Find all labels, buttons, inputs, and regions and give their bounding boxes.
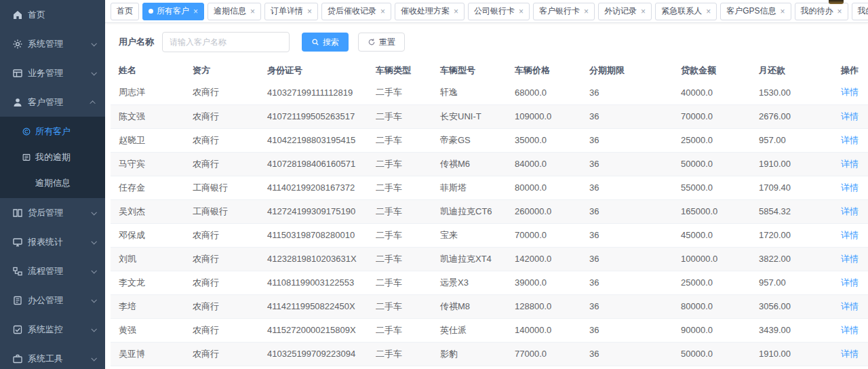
sidebar-item-0[interactable]: 首页 (0, 0, 105, 29)
table-cell: 英仕派 (436, 318, 511, 342)
sidebar-item-label: 首页 (28, 9, 96, 21)
tab-6[interactable]: 公司银行卡× (468, 3, 530, 20)
sidebar-item-1[interactable]: 系统管理 (0, 29, 105, 58)
chevron-down-icon (91, 210, 96, 215)
tab-label: 所有客户 (157, 5, 189, 17)
table-cell: 36 (585, 342, 677, 366)
table-cell: 宝来 (436, 223, 511, 247)
table-cell: 任存金 (111, 176, 189, 199)
customer-table: 姓名资方身份证号车辆类型车辆型号车辆价格分期期限贷款金额月还款操作 周志洋农商行… (111, 60, 868, 369)
detail-link[interactable]: 详情 (841, 277, 859, 288)
reset-button[interactable]: 重置 (358, 33, 405, 52)
close-icon[interactable]: × (307, 7, 312, 16)
search-button[interactable]: 搜索 (302, 33, 349, 52)
table-cell: 1530.00 (755, 81, 836, 104)
tab-5[interactable]: 催收处理方案× (395, 3, 465, 20)
table-cell: 36 (585, 81, 677, 104)
table-cell: 陈文强 (111, 104, 189, 128)
table-cell: 36 (585, 247, 677, 271)
sidebar-subitem-2[interactable]: 逾期信息 (0, 170, 105, 196)
table-cell: 142000.0 (511, 247, 585, 271)
table-cell: 1910.00 (755, 342, 836, 366)
sidebar-item-5[interactable]: 报表统计 (0, 227, 105, 256)
table-cell-action: 详情 (836, 199, 868, 223)
close-icon[interactable]: × (250, 7, 255, 16)
close-icon[interactable]: × (706, 7, 711, 16)
table-cell: 100000.0 (677, 247, 755, 271)
customer-table-wrap: 姓名资方身份证号车辆类型车辆型号车辆价格分期期限贷款金额月还款操作 周志洋农商行… (105, 59, 868, 369)
table-cell: 凯迪拉克CT6 (436, 199, 511, 223)
tab-1[interactable]: 所有客户× (142, 3, 204, 20)
table-cell: 农商行 (189, 342, 263, 366)
reset-button-label: 重置 (379, 37, 395, 48)
sidebar-item-9[interactable]: 系统工具 (0, 344, 105, 369)
search-button-label: 搜索 (323, 37, 339, 48)
close-icon[interactable]: × (780, 7, 785, 16)
table-cell: 二手车 (372, 176, 436, 199)
detail-link[interactable]: 详情 (841, 349, 859, 359)
tab-0[interactable]: 首页 (111, 3, 139, 20)
chevron-down-icon (91, 297, 96, 303)
avatar-partial (829, 0, 844, 4)
close-icon[interactable]: × (454, 7, 458, 16)
table-cell: 二手车 (372, 247, 436, 271)
sidebar-item-7[interactable]: 办公管理 (0, 286, 105, 315)
column-header: 车辆类型 (372, 60, 436, 81)
close-icon[interactable]: × (193, 7, 198, 16)
table-row: 赵晓卫农商行410422198803195415二手车帝豪GS35000.036… (111, 128, 868, 152)
chevron-down-icon (91, 70, 96, 75)
sidebar-item-4[interactable]: 贷后管理 (0, 198, 105, 227)
tab-2[interactable]: 逾期信息× (208, 3, 261, 20)
tab-12[interactable]: 我的流程× (852, 3, 868, 20)
detail-link[interactable]: 详情 (841, 206, 859, 216)
sidebar-subitem-0[interactable]: 所有客户 (0, 119, 105, 144)
sidebar-item-3[interactable]: 客户管理 (0, 88, 105, 117)
table-cell: 411081199003122553 (263, 271, 372, 294)
table-cell: 36 (585, 271, 677, 294)
sidebar-subitem-label: 我的逾期 (35, 151, 71, 163)
detail-link[interactable]: 详情 (841, 182, 859, 193)
tab-9[interactable]: 紧急联系人× (655, 3, 717, 20)
detail-link[interactable]: 详情 (841, 87, 859, 97)
sidebar-item-8[interactable]: 系统监控 (0, 315, 105, 344)
table-cell: 2676.00 (755, 104, 836, 128)
table-cell: 工商银行 (189, 199, 263, 223)
close-icon[interactable]: × (584, 7, 589, 16)
detail-link[interactable]: 详情 (841, 135, 859, 145)
table-cell: 农商行 (189, 223, 263, 247)
tab-4[interactable]: 贷后催收记录× (321, 3, 391, 20)
tab-7[interactable]: 客户银行卡× (533, 3, 595, 20)
tab-3[interactable]: 订单详情× (264, 3, 318, 20)
table-cell: 957.00 (755, 271, 836, 294)
sidebar-item-label: 系统工具 (28, 353, 92, 365)
tab-label: 客户银行卡 (539, 5, 580, 17)
table-cell: 影豹 (436, 342, 511, 366)
table-cell: 二手车 (372, 104, 436, 128)
detail-link[interactable]: 详情 (841, 254, 859, 264)
table-cell: 55000.0 (677, 176, 755, 199)
tab-11[interactable]: 我的待办× (795, 3, 848, 20)
table-cell: 帝豪GS (436, 128, 511, 152)
close-icon[interactable]: × (519, 7, 524, 16)
sidebar-item-6[interactable]: 流程管理 (0, 256, 105, 286)
search-label: 用户名称 (119, 36, 154, 48)
tab-10[interactable]: 客户GPS信息× (720, 3, 791, 20)
search-input[interactable] (162, 32, 290, 52)
close-icon[interactable]: × (641, 7, 646, 16)
detail-link[interactable]: 详情 (841, 230, 859, 240)
notebook-icon (22, 153, 31, 162)
close-icon[interactable]: × (380, 7, 385, 16)
tab-8[interactable]: 外访记录× (598, 3, 652, 20)
tab-label: 首页 (117, 5, 133, 17)
detail-link[interactable]: 详情 (841, 325, 859, 335)
table-cell: 36 (585, 294, 677, 318)
sidebar-subitem-1[interactable]: 我的逾期 (0, 144, 105, 170)
monitor-chart-icon (12, 237, 23, 248)
table-cell: 84000.0 (511, 152, 585, 176)
detail-link[interactable]: 详情 (841, 159, 859, 169)
close-icon[interactable]: × (837, 7, 842, 16)
detail-link[interactable]: 详情 (841, 111, 859, 121)
sidebar-item-2[interactable]: 业务管理 (0, 58, 105, 88)
table-cell: 赵晓卫 (111, 128, 189, 152)
detail-link[interactable]: 详情 (841, 301, 859, 311)
